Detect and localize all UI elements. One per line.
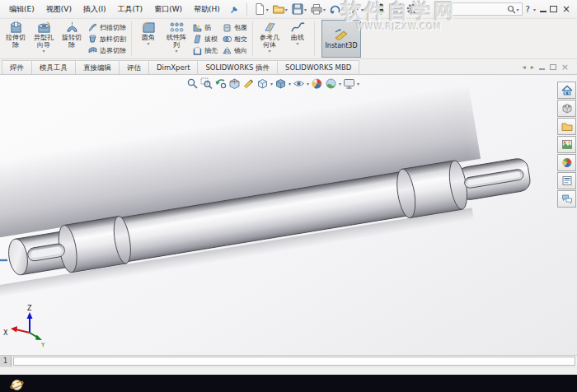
instant3d-toggle[interactable]: Instant3D bbox=[321, 20, 361, 58]
chevron-down-icon[interactable]: ▾ bbox=[533, 7, 536, 12]
chevron-down-icon[interactable]: ▾ bbox=[361, 7, 364, 12]
tab-solidworks-mbd[interactable]: SOLIDWORKS MBD bbox=[277, 60, 359, 74]
chevron-down-icon[interactable]: ▾ bbox=[285, 7, 288, 12]
chevron-down-icon[interactable]: ▾ bbox=[270, 81, 273, 86]
close-button[interactable]: × bbox=[561, 4, 572, 14]
design-library-button[interactable] bbox=[557, 100, 576, 117]
chevron-down-icon[interactable]: ▾ bbox=[323, 7, 326, 12]
next-window-button[interactable]: ▸ bbox=[531, 63, 534, 71]
chevron-down-icon[interactable]: ▾ bbox=[147, 41, 149, 46]
intersect-button[interactable]: 相交 bbox=[223, 34, 247, 44]
tab-direct-editing[interactable]: 直接编辑 bbox=[75, 60, 120, 74]
design-library-icon bbox=[561, 103, 573, 114]
menu-edit[interactable]: 编辑(E) bbox=[3, 0, 40, 18]
previous-view-button[interactable] bbox=[214, 77, 227, 90]
features-stack-2: 包覆 相交 镜向 bbox=[220, 20, 250, 58]
tab-weldments[interactable]: 焊件 bbox=[2, 60, 32, 74]
draft-button[interactable]: 拔模 bbox=[193, 34, 218, 44]
section-view-button[interactable] bbox=[228, 77, 241, 90]
lofted-cut-icon bbox=[88, 35, 97, 44]
solidworks-forum-button[interactable] bbox=[557, 190, 576, 208]
chevron-down-icon[interactable]: ▾ bbox=[339, 81, 341, 86]
tab-solidworks-addins[interactable]: SOLIDWORKS 插件 bbox=[197, 60, 278, 74]
chevron-down-icon[interactable]: ▾ bbox=[175, 49, 177, 54]
apply-scene-button[interactable] bbox=[325, 77, 337, 90]
shell-button[interactable]: 抽壳 bbox=[193, 45, 218, 55]
doc-close-button[interactable]: × bbox=[561, 63, 569, 72]
zoom-to-fit-button[interactable] bbox=[186, 77, 199, 90]
chevron-down-icon[interactable]: ▾ bbox=[42, 49, 45, 54]
chevron-down-icon[interactable]: ▾ bbox=[268, 49, 270, 54]
z-axis-label: Z bbox=[27, 305, 32, 312]
zoom-to-area-button[interactable] bbox=[200, 77, 213, 90]
custom-properties-button[interactable] bbox=[557, 172, 576, 189]
button-label: 拉伸切 bbox=[6, 34, 26, 41]
instant3d-icon bbox=[333, 29, 349, 40]
ribbon-separator bbox=[131, 21, 132, 56]
chevron-down-icon[interactable]: ▾ bbox=[357, 81, 359, 86]
previous-window-button[interactable]: ◂ bbox=[523, 63, 526, 71]
pin-menu-icon[interactable] bbox=[230, 5, 239, 14]
chevron-down-icon[interactable]: ▾ bbox=[304, 7, 307, 12]
chevron-down-icon[interactable]: ▾ bbox=[342, 7, 345, 12]
boundary-cut-button[interactable]: 边界切除 bbox=[88, 45, 126, 55]
menu-view[interactable]: 视图(V) bbox=[40, 0, 77, 18]
menu-help[interactable]: 帮助(H) bbox=[188, 0, 226, 18]
new-file-button[interactable]: ▾ bbox=[251, 2, 270, 16]
minimize-button[interactable] bbox=[540, 11, 547, 12]
view-orientation-button[interactable] bbox=[256, 77, 269, 90]
features-stack-1: 筋 拔模 抽壳 bbox=[190, 20, 220, 58]
hide-show-items-button[interactable] bbox=[293, 77, 305, 90]
curves-button[interactable]: 曲线 ▾ bbox=[284, 20, 312, 58]
toolbar-separator bbox=[246, 3, 247, 16]
open-file-button[interactable]: ▾ bbox=[270, 2, 288, 16]
mirror-button[interactable]: 镜向 bbox=[223, 45, 247, 55]
select-arrow-button[interactable]: ▾ bbox=[345, 2, 364, 16]
lofted-cut-button[interactable]: 放样切割 bbox=[88, 34, 126, 44]
undo-button[interactable]: ▾ bbox=[326, 2, 345, 16]
swept-cut-button[interactable]: 扫描切除 bbox=[88, 22, 126, 32]
wrap-button[interactable]: 包覆 bbox=[223, 22, 247, 32]
tab-mold-tools[interactable]: 模具工具 bbox=[31, 60, 76, 74]
appearances-scenes-button[interactable] bbox=[557, 154, 576, 171]
print-button[interactable]: ▾ bbox=[307, 2, 326, 16]
shaft-model[interactable] bbox=[0, 77, 535, 306]
hole-wizard-button[interactable]: 异型孔 向导 ▾ bbox=[30, 20, 58, 58]
rebuild-button[interactable] bbox=[372, 2, 387, 16]
menu-insert[interactable]: 插入(I) bbox=[77, 0, 112, 18]
chevron-down-icon[interactable]: ▾ bbox=[288, 81, 291, 86]
view-palette-button[interactable] bbox=[557, 136, 576, 153]
restore-button[interactable] bbox=[550, 6, 557, 12]
display-style-button[interactable] bbox=[274, 77, 287, 90]
file-properties-button[interactable] bbox=[387, 2, 403, 16]
chevron-down-icon[interactable]: ▾ bbox=[517, 7, 519, 12]
tab-dimxpert[interactable]: DimXpert bbox=[148, 60, 198, 74]
help-button[interactable]: ? bbox=[526, 5, 530, 14]
save-button[interactable]: ▾ bbox=[288, 2, 307, 16]
chevron-down-icon[interactable]: ▾ bbox=[266, 7, 269, 12]
options-gear-button[interactable] bbox=[403, 2, 419, 16]
revolved-cut-button[interactable]: 旋转切 除 bbox=[58, 20, 86, 58]
graphics-area[interactable]: Z X Y ▾ ▾ ▾ ▾ ▾ bbox=[0, 75, 577, 355]
reference-geometry-button[interactable]: 参考几 何体 ▾ bbox=[256, 20, 284, 58]
linear-pattern-button[interactable]: 线性阵 列 ▾ bbox=[162, 20, 190, 58]
fillet-button[interactable]: 圆角 ▾ bbox=[134, 20, 162, 58]
menu-tools[interactable]: 工具(T) bbox=[112, 0, 149, 18]
search-input[interactable]: ▾ bbox=[450, 2, 523, 16]
view-settings-button[interactable] bbox=[343, 77, 355, 90]
sketch-annotation-button[interactable] bbox=[242, 77, 255, 90]
hole-wizard-icon bbox=[36, 21, 52, 34]
edit-appearance-button[interactable] bbox=[311, 77, 323, 90]
rib-button[interactable]: 筋 bbox=[193, 22, 218, 32]
tab-evaluate[interactable]: 评估 bbox=[119, 60, 149, 74]
extruded-cut-button[interactable]: 拉伸切 除 bbox=[2, 20, 30, 58]
menu-window[interactable]: 窗口(W) bbox=[148, 0, 188, 18]
file-explorer-button[interactable] bbox=[557, 118, 576, 135]
chevron-down-icon[interactable]: ▾ bbox=[296, 41, 298, 46]
doc-minimize-button[interactable] bbox=[539, 68, 545, 70]
search-icon[interactable] bbox=[507, 5, 516, 14]
solidworks-taskbar-icon[interactable] bbox=[10, 378, 24, 392]
doc-restore-button[interactable] bbox=[550, 64, 556, 70]
solidworks-resources-button[interactable] bbox=[557, 82, 576, 99]
chevron-down-icon[interactable]: ▾ bbox=[307, 81, 309, 86]
